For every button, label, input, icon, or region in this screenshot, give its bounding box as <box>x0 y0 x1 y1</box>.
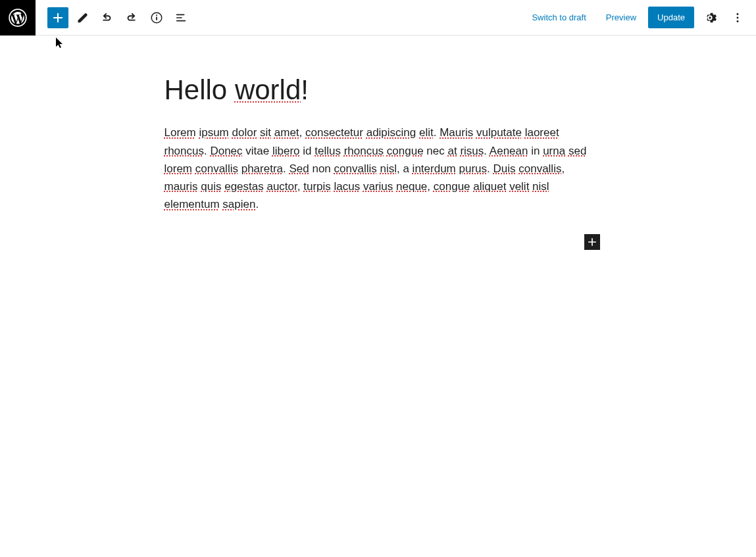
undo-icon <box>99 11 114 25</box>
svg-point-4 <box>737 13 739 15</box>
title-spell-word: world <box>235 74 301 105</box>
settings-button[interactable] <box>698 6 722 30</box>
switch-to-draft-button[interactable]: Switch to draft <box>524 7 593 28</box>
edit-mode-button[interactable] <box>70 6 93 30</box>
more-options-button[interactable] <box>726 6 749 30</box>
wordpress-logo[interactable] <box>0 0 36 36</box>
post-content: Hello world! Lorem ipsum dolor sit amet,… <box>164 74 592 213</box>
right-toolbar: Switch to draft Preview Update <box>524 6 756 30</box>
outline-button[interactable] <box>170 6 193 30</box>
svg-rect-2 <box>156 16 157 20</box>
undo-button[interactable] <box>95 6 118 30</box>
plus-icon <box>586 235 599 249</box>
add-block-inline-button[interactable] <box>584 234 600 250</box>
wordpress-icon <box>9 9 27 27</box>
redo-button[interactable] <box>120 6 143 30</box>
preview-button[interactable]: Preview <box>598 7 644 28</box>
left-toolbar <box>36 6 193 30</box>
title-tail: ! <box>301 74 309 105</box>
redo-icon <box>124 11 139 25</box>
svg-point-3 <box>156 14 157 16</box>
info-icon <box>149 11 164 25</box>
svg-point-5 <box>737 16 739 18</box>
update-button[interactable]: Update <box>648 7 694 28</box>
outline-icon <box>174 11 189 25</box>
svg-point-6 <box>737 20 739 22</box>
more-vertical-icon <box>730 11 745 25</box>
details-button[interactable] <box>145 6 168 30</box>
title-text: Hello <box>164 74 235 105</box>
editor-canvas[interactable]: Hello world! Lorem ipsum dolor sit amet,… <box>0 36 756 213</box>
pencil-icon <box>74 11 89 25</box>
plus-icon <box>50 10 66 26</box>
post-title[interactable]: Hello world! <box>164 74 592 107</box>
gear-icon <box>703 11 717 25</box>
editor-top-bar: Switch to draft Preview Update <box>0 0 756 36</box>
paragraph-block[interactable]: Lorem ipsum dolor sit amet, consectetur … <box>164 124 592 213</box>
add-block-button[interactable] <box>47 7 68 28</box>
